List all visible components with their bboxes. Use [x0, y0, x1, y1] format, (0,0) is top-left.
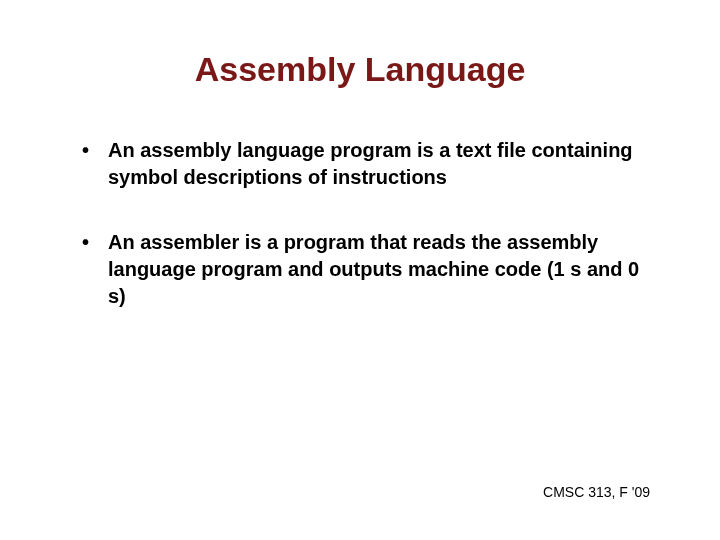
bullet-item: An assembler is a program that reads the…: [80, 229, 650, 310]
bullet-item: An assembly language program is a text f…: [80, 137, 650, 191]
bullet-list: An assembly language program is a text f…: [70, 137, 650, 310]
slide-title: Assembly Language: [70, 50, 650, 89]
slide: Assembly Language An assembly language p…: [0, 0, 720, 540]
slide-footer: CMSC 313, F '09: [543, 484, 650, 500]
